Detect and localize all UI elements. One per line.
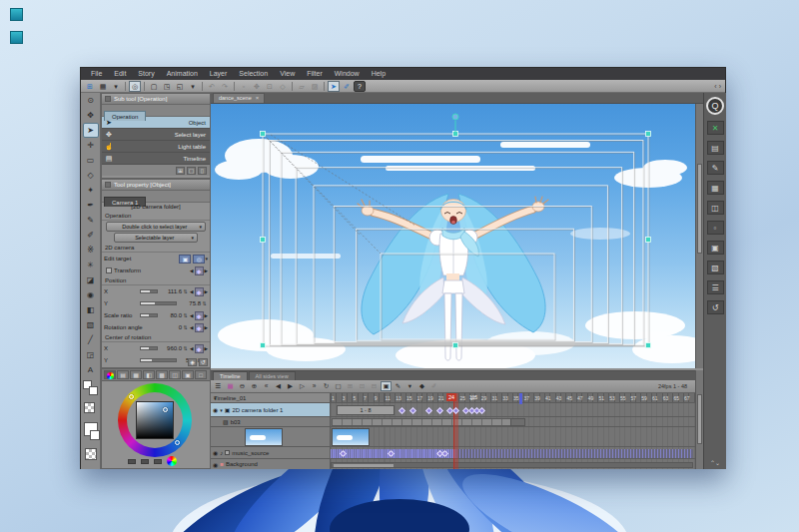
canvas-vscroll-thumb[interactable] xyxy=(697,164,702,254)
rotate-view-dropdown-icon[interactable]: ▾ xyxy=(110,81,122,92)
add-keyframe-icon[interactable]: ◆ xyxy=(195,344,204,353)
sv-cursor[interactable] xyxy=(163,407,168,412)
transform-handle[interactable] xyxy=(646,238,651,243)
blend-tool[interactable]: ◉ xyxy=(83,287,99,302)
open-file-icon[interactable]: ◳ xyxy=(161,81,173,92)
menu-story[interactable]: Story xyxy=(132,68,160,80)
prev-frame-icon[interactable]: ◀ xyxy=(273,381,284,391)
subtool-item-select-layer[interactable]: ✥Select layer xyxy=(102,129,210,141)
track-background-label[interactable]: ◉ ■ Background xyxy=(211,459,331,469)
menu-file[interactable]: File xyxy=(85,68,108,80)
object-cursor-icon[interactable]: ➤ xyxy=(328,81,340,92)
menu-animation[interactable]: Animation xyxy=(161,68,204,80)
show-camera-guides-icon[interactable]: ◎ xyxy=(129,81,141,92)
color-set-tab[interactable]: ▦ xyxy=(130,370,142,379)
menu-selection[interactable]: Selection xyxy=(233,68,274,80)
y-slider[interactable] xyxy=(140,358,177,362)
eye-icon[interactable]: ◉ xyxy=(213,449,218,456)
cel-brush-dropdown-icon[interactable]: ▾ xyxy=(404,381,415,391)
expand-tab[interactable]: □ xyxy=(195,370,207,379)
operation-tool[interactable]: ➤ xyxy=(83,123,99,138)
expand-icon[interactable]: ▾ xyxy=(220,407,223,413)
cel-clip[interactable] xyxy=(332,418,525,426)
decoration-tool[interactable]: ✳ xyxy=(83,258,99,272)
hue-knob[interactable] xyxy=(129,394,134,399)
next-keyframe-icon[interactable]: ▶ xyxy=(205,346,208,351)
canvas[interactable] xyxy=(211,104,695,368)
transform-handle[interactable] xyxy=(646,132,651,137)
transform-checkbox[interactable] xyxy=(106,267,112,273)
timeline-selector-dropdown[interactable]: Timeline_01 ▾ xyxy=(211,393,331,403)
prev-keyframe-icon[interactable]: ◀ xyxy=(190,313,193,318)
prev-keyframe-icon[interactable]: ◀ xyxy=(190,289,193,294)
panel-menu-icon[interactable] xyxy=(105,96,111,102)
eyedropper-tool[interactable]: ✦ xyxy=(83,183,99,198)
transform-handle[interactable] xyxy=(261,132,266,137)
crop-icon[interactable]: ▫ xyxy=(238,81,250,92)
color-wheel-tab[interactable] xyxy=(104,370,116,379)
cel-brush-icon[interactable]: ✎ xyxy=(393,381,403,391)
transform-handle[interactable] xyxy=(261,238,266,243)
stepper-icon[interactable]: ⇅ xyxy=(182,324,189,330)
next-keyframe-icon[interactable]: ▶ xyxy=(205,268,208,273)
pen-input-icon[interactable]: ✐ xyxy=(341,81,353,92)
panel-menu-icon[interactable] xyxy=(105,182,111,188)
brush-tool[interactable]: ✐ xyxy=(83,228,99,243)
rotate-view-icon[interactable]: ▦ xyxy=(97,81,109,92)
workspace-grid-icon[interactable]: ⊞ xyxy=(84,81,96,92)
quick-access-icon[interactable]: Q xyxy=(706,97,724,115)
desktop-icon-2[interactable] xyxy=(10,31,23,44)
next-keyframe-icon[interactable]: ▶ xyxy=(205,325,208,330)
canvas-vscrollbar[interactable] xyxy=(695,104,703,368)
transform-handle[interactable] xyxy=(646,343,651,348)
subtool-item-light-table[interactable]: ☝Light table xyxy=(102,141,210,153)
new-subtool-icon[interactable]: ▢ xyxy=(187,167,196,175)
stepper-icon[interactable]: ⇅ xyxy=(182,288,189,294)
next-keyframe-icon[interactable]: ▶ xyxy=(205,313,208,318)
y-value[interactable]: 75.8 xyxy=(179,300,201,306)
move-icon[interactable]: ✥ xyxy=(251,81,263,92)
add-keyframe-icon[interactable]: ◆ xyxy=(195,266,204,275)
playhead-frame-badge[interactable]: 24 xyxy=(446,393,456,401)
delete-subtool-icon[interactable]: ▯ xyxy=(198,167,207,175)
next-keyframe-icon[interactable]: ▶ xyxy=(205,289,208,294)
audio-checkbox[interactable] xyxy=(225,450,230,455)
subtool-item-timeline-edit[interactable]: ▤Timeline xyxy=(102,153,210,165)
transform-handle[interactable] xyxy=(453,132,458,137)
range-marker[interactable] xyxy=(519,393,522,404)
menu-layer[interactable]: Layer xyxy=(204,68,234,80)
scale-ratio-slider[interactable] xyxy=(140,313,158,317)
pencil-tool[interactable]: ✎ xyxy=(83,213,99,228)
new-file-icon[interactable]: ▢ xyxy=(148,81,160,92)
sub-color-swatch[interactable] xyxy=(89,386,98,395)
edit-keyframe-icon[interactable]: ✐ xyxy=(428,381,439,391)
cel-thumbnail[interactable] xyxy=(245,428,283,446)
transform-handle[interactable] xyxy=(261,343,266,348)
track-thumb[interactable] xyxy=(331,427,695,447)
snap-ruler-icon[interactable]: ◇ xyxy=(277,81,289,92)
zoom-in-icon[interactable]: ⊕ xyxy=(249,381,260,391)
transparent-color-swatch[interactable] xyxy=(84,402,95,413)
airbrush-tool[interactable]: ※ xyxy=(83,243,99,258)
timeline-menu-icon[interactable]: ☰ xyxy=(213,381,224,391)
stepper-icon[interactable]: ⇅ xyxy=(182,312,189,318)
save-file-icon[interactable]: ◱ xyxy=(174,81,186,92)
track-cel-label[interactable]: ▨ b03 xyxy=(211,417,331,427)
cel-thumbnail-track[interactable] xyxy=(332,428,370,446)
x-slider[interactable] xyxy=(140,289,158,293)
transform-icon[interactable]: ⊡ xyxy=(264,81,276,92)
select-mode-dropdown[interactable]: Double click to select layer ▾ xyxy=(106,222,206,232)
new-folder-icon[interactable]: ⊞ xyxy=(345,381,356,391)
color-mixing-tab[interactable]: ◧ xyxy=(143,370,155,379)
copy-subtool-icon[interactable]: ⊞ xyxy=(176,167,185,175)
gradient-tool[interactable]: ▧ xyxy=(83,317,99,332)
menu-edit[interactable]: Edit xyxy=(108,68,132,80)
track-camera-label[interactable]: ◉ ▾ ▣ 2D camera folder 1 xyxy=(211,403,331,417)
rotation-angle-value[interactable]: 0 xyxy=(160,324,182,330)
duplicate-cel-icon[interactable]: ⊡ xyxy=(357,381,368,391)
hue-knob-2[interactable] xyxy=(175,440,180,445)
zoom-tool[interactable]: ⊙ xyxy=(83,93,99,108)
transform-handle[interactable] xyxy=(453,343,458,348)
sub-view-icon[interactable]: ✎ xyxy=(707,161,724,175)
text-tool[interactable]: A xyxy=(83,362,99,377)
